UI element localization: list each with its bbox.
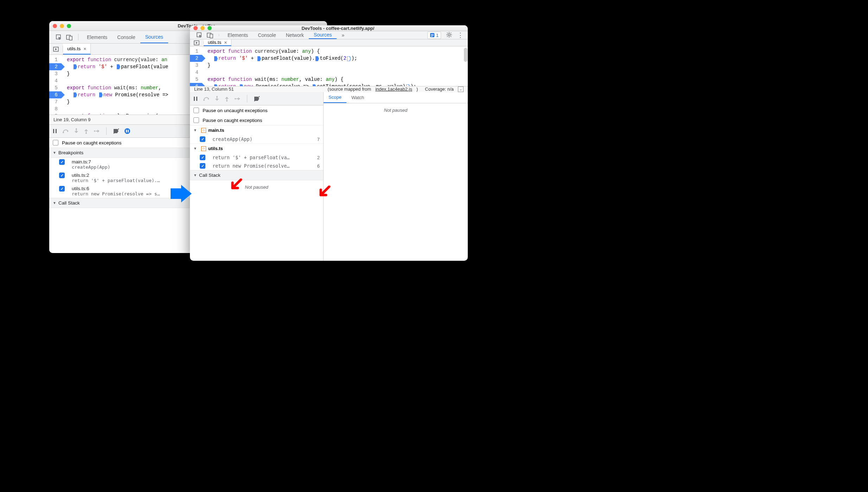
device-toggle-icon[interactable] [64,31,75,43]
subtab-watch[interactable]: Watch [346,92,369,103]
breakpoint-checkbox[interactable] [200,163,205,169]
deactivate-breakpoints-icon[interactable] [254,96,260,102]
maximize-icon[interactable] [67,24,71,28]
window-title: DevTools - coffee-cart.netlify.app/ [212,26,464,31]
tab-console[interactable]: Console [253,31,281,39]
breakpoint-preview: return new Promise(resolve => s… [72,191,160,196]
minimize-icon[interactable] [60,24,64,28]
subtab-scope[interactable]: Scope [324,92,346,103]
device-toggle-icon[interactable] [205,31,215,39]
pause-uncaught-checkbox[interactable] [193,108,199,113]
maximize-icon[interactable] [208,26,212,30]
code-content: export function currency(value: an retur… [61,55,168,115]
breakpoint-label: utils.ts:6 [72,186,160,191]
breakpoint-checkbox[interactable] [59,186,65,192]
file-tab-utils[interactable]: utils.ts × [204,39,231,46]
callstack-header[interactable]: ▼ Call Stack [190,170,323,180]
code-content: export function currency(value: any) { r… [202,46,416,86]
traffic-lights [193,26,212,30]
breakpoint-item[interactable]: return '$' + parseFloat(va… 2 [190,153,323,162]
source-mapped-link[interactable]: index.1ac4eab2.js [375,86,412,92]
gutter[interactable]: 1 2 3 4 5 6 7 8 9 [190,46,202,86]
nav-toggle-icon[interactable] [49,44,63,54]
expand-down-icon[interactable]: ⌄ [458,86,464,92]
pause-uncaught-label: Pause on uncaught exceptions [203,108,268,113]
file-name: main.ts [208,128,224,133]
deactivate-breakpoints-icon[interactable] [113,128,119,134]
close-icon[interactable] [193,26,198,30]
panel-scrollbar[interactable] [190,194,323,261]
svg-point-25 [216,96,218,97]
svg-rect-4 [53,129,54,133]
svg-point-26 [226,100,228,102]
pause-icon[interactable] [193,96,198,102]
editor-scrollbar[interactable] [464,48,467,62]
breakpoint-checkbox[interactable] [200,136,205,142]
step-into-icon[interactable] [215,96,219,102]
pause-caught-checkbox[interactable] [193,117,199,123]
not-paused-label: Not paused [324,103,468,117]
step-over-icon[interactable] [63,128,69,134]
step-out-icon[interactable] [224,96,229,102]
file-tab-utils[interactable]: utils.ts × [63,44,91,54]
tab-console[interactable]: Console [112,31,140,43]
pause-uncaught-row[interactable]: Pause on uncaught exceptions [190,105,323,115]
code-editor[interactable]: 1 2 3 4 5 6 7 8 9 export function curren… [190,46,468,86]
close-icon[interactable] [53,24,57,28]
pause-caught-label: Pause on caught exceptions [203,118,262,123]
gutter[interactable]: 1 2 3 4 5 6 7 8 9 [49,55,61,115]
step-into-icon[interactable] [74,128,79,134]
tab-elements[interactable]: Elements [82,31,112,43]
breakpoint-label: main.ts:7 [72,159,110,164]
svg-rect-22 [194,97,195,101]
issues-button[interactable]: 1 [427,32,441,39]
breakpoint-checkbox[interactable] [200,155,205,160]
tab-network[interactable]: Network [281,31,309,39]
breakpoint-preview: return new Promise(resolve… [212,163,314,169]
menu-icon[interactable]: ⋮ [457,31,464,39]
tab-overflow[interactable]: » [337,31,349,39]
titlebar: DevTools - coffee-cart.netlify.app/ [190,25,468,31]
pause-caught-checkbox[interactable] [53,140,58,145]
step-over-icon[interactable] [203,96,210,102]
svg-rect-19 [431,36,433,37]
expand-icon: ▼ [53,201,56,205]
tab-sources[interactable]: Sources [309,31,337,39]
minimize-icon[interactable] [200,26,205,30]
breakpoint-checkbox[interactable] [59,159,65,165]
breakpoint-lineno: 2 [317,155,320,160]
step-icon[interactable] [234,96,241,102]
step-icon[interactable] [94,128,100,134]
file-name: utils.ts [208,146,223,151]
svg-point-6 [63,132,64,133]
breakpoints-active-icon[interactable] [124,128,130,134]
file-group-utils[interactable]: ▼ utils.ts [190,143,323,153]
file-group-main[interactable]: ▼ main.ts [190,125,323,135]
tab-sources[interactable]: Sources [140,31,168,43]
breakpoints-label: Breakpoints [58,150,83,155]
pause-caught-label: Pause on caught exceptions [62,140,122,145]
svg-rect-23 [196,97,197,101]
file-tab-label: utils.ts [67,46,81,51]
editor-status: Line 13, Column 51 (source mapped from i… [190,86,468,92]
tab-elements[interactable]: Elements [223,31,253,39]
svg-rect-15 [210,34,213,38]
issues-count: 1 [436,33,439,38]
inspect-icon[interactable] [53,31,64,43]
file-tabs: utils.ts × [190,39,468,46]
svg-point-8 [85,132,87,134]
breakpoint-checkbox[interactable] [59,173,65,178]
settings-icon[interactable] [446,32,452,39]
breakpoint-item[interactable]: return new Promise(resolve… 6 [190,162,323,170]
close-tab-icon[interactable]: × [83,46,86,52]
pause-icon[interactable] [52,128,58,134]
inspect-icon[interactable] [194,31,205,39]
close-tab-icon[interactable]: × [224,40,227,45]
svg-rect-18 [431,35,434,36]
source-mapped-post: ) [416,86,418,92]
nav-toggle-icon[interactable] [190,39,203,46]
pause-caught-row[interactable]: Pause on caught exceptions [190,115,323,125]
step-out-icon[interactable] [84,128,89,134]
svg-rect-17 [431,34,434,35]
breakpoint-item[interactable]: createApp(App) 7 [190,135,323,143]
